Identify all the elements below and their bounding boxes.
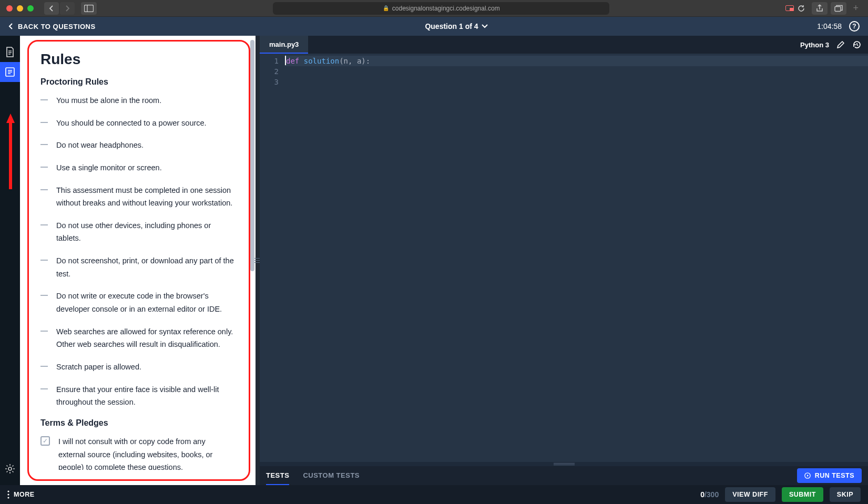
svg-point-16 (7, 493, 9, 495)
dash-icon (40, 122, 48, 123)
rule-item: Do not use other devices, including phon… (40, 219, 234, 245)
browser-chrome: 🔒 codesignalonstagingci.codesignal.com + (0, 0, 868, 17)
rule-text: Use a single monitor or screen. (56, 161, 162, 174)
rule-item: You should be connected to a power sourc… (40, 117, 234, 130)
dash-icon (40, 167, 48, 168)
rule-item: Ensure that your entire face is visible … (40, 383, 234, 409)
panel-scrollbar[interactable] (250, 40, 254, 481)
rules-tab-icon[interactable] (0, 62, 20, 82)
view-diff-button[interactable]: VIEW DIFF (725, 487, 775, 502)
rule-text: Do not write or execute code in the brow… (56, 290, 234, 315)
score-display: 0/300 (700, 490, 719, 499)
rule-item: Use a single monitor or screen. (40, 161, 234, 174)
svg-rect-2 (835, 6, 841, 11)
code-line (285, 66, 868, 77)
more-button[interactable]: MORE (7, 490, 35, 499)
rule-text: Ensure that your entire face is visible … (56, 383, 234, 409)
question-label: Question 1 of 4 (425, 22, 478, 30)
url-text: codesignalonstagingci.codesignal.com (392, 5, 500, 12)
code-line (285, 77, 868, 87)
history-icon[interactable] (852, 40, 862, 49)
help-button[interactable]: ? (849, 21, 860, 32)
rule-text: Scratch paper is allowed. (56, 361, 141, 374)
dash-icon (40, 331, 48, 332)
svg-point-12 (8, 467, 12, 470)
terms-heading: Terms & Pledges (40, 418, 234, 428)
sidebar-toggle[interactable] (81, 2, 97, 15)
footer: MORE 0/300 VIEW DIFF SUBMIT SKIP (0, 485, 868, 504)
minimize-window[interactable] (17, 5, 23, 12)
rule-item: Do not write or execute code in the brow… (40, 290, 234, 315)
horizontal-divider[interactable] (260, 462, 868, 466)
rules-scroll[interactable]: Rules Proctoring Rules You must be alone… (40, 51, 237, 470)
code-content[interactable]: def solution(n, a): (285, 54, 868, 462)
annotation-arrow (5, 114, 16, 189)
code-line: def solution(n, a): (285, 56, 868, 66)
rule-item: Do not wear headphones. (40, 139, 234, 152)
skip-button[interactable]: SKIP (830, 487, 861, 502)
back-to-questions[interactable]: BACK TO QUESTIONS (8, 23, 96, 30)
dash-icon (40, 224, 48, 225)
chevron-down-icon (482, 24, 488, 28)
edit-icon[interactable] (836, 40, 845, 49)
window-controls (6, 5, 34, 12)
rules-title: Rules (40, 51, 234, 68)
pledge-text: I will not consult with or copy code fro… (58, 435, 234, 470)
dash-icon (40, 366, 48, 367)
rule-text: You must be alone in the room. (56, 94, 161, 107)
reload-button[interactable] (797, 4, 805, 13)
lock-icon: 🔒 (383, 5, 389, 11)
rule-text: Web searches are allowed for syntax refe… (56, 325, 234, 351)
code-editor[interactable]: 1 2 3 def solution(n, a): (260, 54, 868, 462)
rule-text: Do not screenshot, print, or download an… (56, 254, 234, 280)
pip-icon[interactable] (785, 5, 794, 11)
gutter: 1 2 3 (260, 54, 285, 462)
proctoring-heading: Proctoring Rules (40, 77, 234, 87)
new-tab-button[interactable]: + (850, 3, 862, 14)
rule-text: This assessment must be completed in one… (56, 184, 234, 210)
rule-text: Do not use other devices, including phon… (56, 219, 234, 245)
dash-icon (40, 388, 48, 389)
run-tests-button[interactable]: RUN TESTS (797, 468, 862, 483)
svg-marker-14 (807, 475, 809, 477)
settings-icon[interactable] (0, 459, 20, 479)
file-tab-main[interactable]: main.py3 (260, 36, 308, 54)
dash-icon (40, 295, 48, 296)
svg-point-17 (7, 497, 9, 498)
svg-point-15 (7, 490, 9, 492)
rule-item: You must be alone in the room. (40, 94, 234, 107)
tab-tests[interactable]: TESTS (266, 466, 289, 485)
language-selector[interactable]: Python 3 (800, 41, 829, 49)
rules-panel: Rules Proctoring Rules You must be alone… (20, 36, 256, 485)
back-label: BACK TO QUESTIONS (18, 23, 96, 30)
description-tab-icon[interactable] (0, 42, 20, 62)
back-button[interactable] (44, 2, 59, 15)
timer: 1:04:58 (817, 22, 842, 30)
tab-custom-tests[interactable]: CUSTOM TESTS (303, 466, 360, 485)
checkbox-icon[interactable]: ✓ (40, 436, 50, 446)
play-icon (804, 472, 811, 479)
tabs-button[interactable] (831, 2, 846, 15)
left-icon-rail (0, 36, 20, 485)
pledge-item: ✓ I will not consult with or copy code f… (40, 435, 234, 470)
editor-tabs: main.py3 Python 3 (260, 36, 868, 54)
dots-icon (7, 490, 9, 499)
forward-button[interactable] (60, 2, 75, 15)
dash-icon (40, 144, 48, 145)
close-window[interactable] (6, 5, 13, 12)
rule-text: You should be connected to a power sourc… (56, 117, 207, 130)
share-button[interactable] (812, 2, 828, 15)
rule-text: Do not wear headphones. (56, 139, 144, 152)
dash-icon (40, 189, 48, 190)
svg-marker-11 (6, 114, 15, 123)
question-selector[interactable]: Question 1 of 4 (425, 22, 487, 30)
rule-item: This assessment must be completed in one… (40, 184, 234, 210)
test-tabs: TESTS CUSTOM TESTS RUN TESTS (260, 466, 868, 485)
dash-icon (40, 260, 48, 261)
submit-button[interactable]: SUBMIT (782, 487, 823, 502)
maximize-window[interactable] (27, 5, 34, 12)
url-bar[interactable]: 🔒 codesignalonstagingci.codesignal.com (273, 2, 609, 15)
rule-item: Scratch paper is allowed. (40, 361, 234, 374)
nav-buttons (44, 2, 75, 15)
panel-divider[interactable] (256, 36, 260, 485)
